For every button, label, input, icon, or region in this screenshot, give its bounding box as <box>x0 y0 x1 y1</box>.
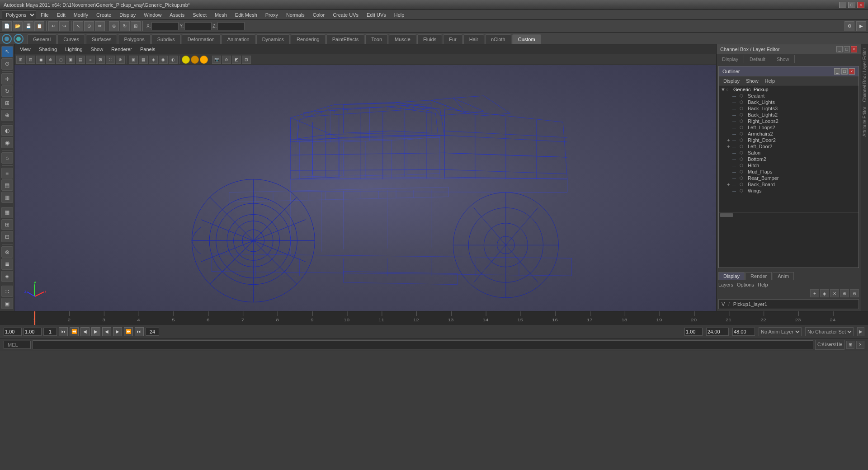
layer-tool-add[interactable]: ⊕ <box>840 289 849 297</box>
vp-btn-11[interactable]: ⊗ <box>116 56 125 64</box>
tool-particle[interactable]: ∷ <box>1 286 13 297</box>
outliner-item-rear-bumper[interactable]: — ⬡ Rear_Bumper <box>720 175 858 181</box>
tab-circle-2[interactable] <box>14 34 24 44</box>
layer-option-layers[interactable]: Layers <box>718 282 733 287</box>
toolbar-rotate[interactable]: ↻ <box>120 21 130 31</box>
toolbar-redo[interactable]: ↪ <box>59 21 69 31</box>
menu-normals[interactable]: Normals <box>283 11 308 19</box>
menu-display[interactable]: Display <box>116 11 139 19</box>
outliner-item-hitch[interactable]: — ⬡ Hitch <box>720 162 858 169</box>
y-input[interactable] <box>184 22 212 30</box>
btn-prev-key[interactable]: ⏪ <box>70 327 79 336</box>
outliner-item-sealant[interactable]: — ⬡ Sealant <box>720 93 858 99</box>
outliner-item-back-lights3[interactable]: — ⬡ Back_Lights3 <box>720 105 858 112</box>
layer-tool-new[interactable]: + <box>810 289 819 297</box>
panel-close[interactable]: × <box>851 46 857 52</box>
rp-tab-default[interactable]: Default <box>744 55 771 63</box>
tab-curves[interactable]: Curves <box>57 34 85 44</box>
toolbar-render-settings[interactable]: ⚙ <box>844 21 854 31</box>
vp-btn-2[interactable]: ⊟ <box>26 56 35 64</box>
menu-modify[interactable]: Modify <box>70 11 92 19</box>
outliner-menu-show[interactable]: Show <box>743 77 761 85</box>
mel-input[interactable] <box>33 340 813 349</box>
outliner-item-mud-flaps[interactable]: — ⬡ Mud_Flaps <box>720 169 858 175</box>
outliner-item-right-door2[interactable]: + — ⬡ Right_Door2 <box>720 137 858 143</box>
tool-rotate[interactable]: ↻ <box>1 85 13 97</box>
toolbar-translate[interactable]: ⊕ <box>109 21 119 31</box>
tab-fur[interactable]: Fur <box>443 34 462 44</box>
outliner-item-armchairs2[interactable]: — ⬡ Armchairs2 <box>720 131 858 137</box>
menu-edit[interactable]: Edit <box>53 11 69 19</box>
tool-select[interactable]: ↖ <box>1 46 13 57</box>
layer-tab-display[interactable]: Display <box>718 272 745 280</box>
toolbar-select[interactable]: ↖ <box>73 21 83 31</box>
tool-anim-layer[interactable]: ▥ <box>1 192 13 203</box>
close-button[interactable]: × <box>857 2 864 8</box>
vp-menu-show[interactable]: Show <box>87 46 107 53</box>
tool-channel-box[interactable]: ≣ <box>1 258 13 270</box>
tool-show-manip[interactable]: ⌂ <box>1 152 13 164</box>
menu-edit-uvs[interactable]: Edit UVs <box>363 11 390 19</box>
tab-painteffects[interactable]: PaintEffects <box>326 34 365 44</box>
outliner-item-left-door2[interactable]: + — ⬡ Left_Door2 <box>720 143 858 150</box>
tab-muscle[interactable]: Muscle <box>389 34 416 44</box>
vp-menu-view[interactable]: View <box>16 46 34 53</box>
outliner-scrollbar-h[interactable] <box>719 212 859 217</box>
tool-quick-layout[interactable]: ▦ <box>1 207 13 218</box>
layer-tool-remove[interactable]: ⊖ <box>850 289 859 297</box>
outliner-expand-generic[interactable]: ▼ <box>721 87 726 92</box>
expand-left-door2[interactable]: + <box>727 144 732 149</box>
frame-number-display[interactable] <box>43 328 57 336</box>
toolbar-scale[interactable]: ⊞ <box>131 21 141 31</box>
expand-right-door2[interactable]: + <box>727 137 732 143</box>
vp-menu-renderer[interactable]: Renderer <box>108 46 136 53</box>
vp-btn-9[interactable]: ⊠ <box>96 56 105 64</box>
btn-next-frame[interactable]: ▶ <box>113 327 122 336</box>
character-set-select[interactable]: No Character Set <box>805 327 854 336</box>
outliner-minimize[interactable]: _ <box>834 68 840 75</box>
tab-rendering[interactable]: Rendering <box>291 34 326 44</box>
vp-btn-smooth[interactable]: ▦ <box>139 56 148 64</box>
attr-editor-label[interactable]: Attribute Editor <box>862 105 868 138</box>
range-end2-field[interactable] <box>732 328 755 336</box>
tool-universal[interactable]: ⊕ <box>1 110 13 121</box>
panel-minimize[interactable]: _ <box>836 46 843 52</box>
vp-btn-shadow[interactable]: ◐ <box>169 56 178 64</box>
layer-tab-render[interactable]: Render <box>745 272 772 280</box>
vp-btn-xray[interactable]: ◩ <box>232 56 241 64</box>
menu-help[interactable]: Help <box>391 11 408 19</box>
menu-file[interactable]: File <box>37 11 52 19</box>
outliner-item-back-board[interactable]: + — ⬡ Back_Board <box>720 181 858 188</box>
menu-proxy[interactable]: Proxy <box>262 11 282 19</box>
outliner-item-back-lights[interactable]: — ⬡ Back_Lights <box>720 99 858 105</box>
tab-polygons[interactable]: Polygons <box>118 34 150 44</box>
vp-btn-8[interactable]: ≡ <box>86 56 95 64</box>
channel-box-label[interactable]: Channel Box / Layer Editor <box>862 46 868 104</box>
btn-next-key[interactable]: ⏩ <box>124 327 133 336</box>
tab-animation[interactable]: Animation <box>222 34 255 44</box>
x-input[interactable] <box>151 22 179 30</box>
outliner-item-generic-pickup[interactable]: ▼ ○ Generic_Pickup <box>720 86 858 93</box>
menu-create[interactable]: Create <box>93 11 115 19</box>
toolbar-open[interactable]: 📂 <box>13 21 23 31</box>
frame-end-display[interactable] <box>146 328 159 336</box>
toolbar-render[interactable]: ▶ <box>856 21 866 31</box>
anim-layer-select[interactable]: No Anim Layer <box>759 327 802 336</box>
outliner-item-salon[interactable]: — ⬡ Salon <box>720 150 858 156</box>
vp-btn-1[interactable]: ⊞ <box>16 56 25 64</box>
playback-options[interactable]: ▶ <box>857 327 864 336</box>
toolbar-undo[interactable]: ↩ <box>48 21 58 31</box>
context-dropdown[interactable]: Polygons <box>2 10 36 19</box>
layer-tool-new2[interactable]: ◈ <box>820 289 829 297</box>
tab-dynamics[interactable]: Dynamics <box>256 34 290 44</box>
tab-ncloth[interactable]: nCloth <box>485 34 511 44</box>
vp-btn-ref[interactable]: ⊡ <box>242 56 251 64</box>
toolbar-lasso[interactable]: ⊙ <box>84 21 94 31</box>
range-start-field[interactable] <box>684 328 703 336</box>
outliner-item-left-loops2[interactable]: — ⬡ Left_Loops2 <box>720 124 858 131</box>
panel-maximize[interactable]: □ <box>844 46 850 52</box>
layer-option-help[interactable]: Help <box>758 282 768 287</box>
menu-window[interactable]: Window <box>140 11 165 19</box>
tool-sculpt[interactable]: ◉ <box>1 137 13 148</box>
status-mode[interactable]: MEL <box>4 341 31 349</box>
